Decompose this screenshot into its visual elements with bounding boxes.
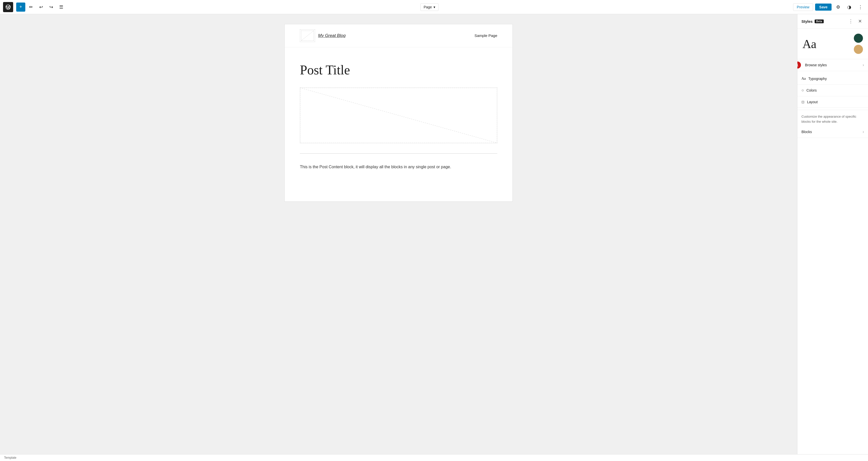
close-icon: ✕ [858, 19, 862, 24]
undo-icon: ↩ [39, 4, 43, 10]
blog-header: My Great Blog Sample Page [285, 24, 513, 47]
beta-badge: Beta [815, 20, 824, 23]
blog-logo-image [300, 29, 315, 42]
layout-label: Layout [807, 100, 818, 104]
undo-button[interactable]: ↩ [36, 3, 45, 12]
blog-title-link[interactable]: My Great Blog [318, 33, 346, 38]
page-selector-button[interactable]: Page ▾ [420, 3, 439, 11]
post-title: Post Title [300, 62, 497, 78]
panel-description: Customize the appearance of specific blo… [797, 110, 868, 126]
canvas-area[interactable]: My Great Blog Sample Page Post Title Thi… [0, 14, 797, 454]
settings-button[interactable]: ⚙ [834, 3, 843, 12]
wordpress-logo[interactable] [3, 2, 13, 12]
list-icon: ☰ [59, 4, 63, 10]
notification-badge: 1 [797, 61, 801, 68]
preview-button[interactable]: Preview [793, 3, 813, 11]
post-area: Post Title This is the Post Content bloc… [285, 47, 513, 180]
gear-icon: ⚙ [836, 4, 840, 10]
canvas-page: My Great Blog Sample Page Post Title Thi… [285, 24, 513, 202]
ellipsis-icon: ⋮ [858, 4, 863, 10]
nav-item-sample-page[interactable]: Sample Page [474, 33, 497, 38]
toolbar-left: + ✏ ↩ ↪ ☰ [3, 2, 66, 12]
panel-title: Styles [801, 19, 813, 24]
pen-icon: ✏ [29, 4, 33, 10]
layout-row[interactable]: ⊡ Layout [797, 96, 868, 108]
placeholder-diagonal-line [300, 88, 497, 143]
save-button[interactable]: Save [815, 4, 832, 11]
blocks-row[interactable]: Blocks › [797, 126, 868, 138]
panel-section-items: Aa Typography ○ Colors ⊡ Layout [797, 71, 868, 110]
separator-line [300, 153, 497, 154]
status-bar: Template [0, 454, 868, 461]
redo-icon: ↪ [49, 4, 53, 10]
colors-row[interactable]: ○ Colors [797, 85, 868, 96]
layout-left: ⊡ Layout [801, 100, 818, 104]
status-label: Template [4, 456, 17, 459]
typography-icon: Aa [801, 76, 806, 81]
svg-line-0 [300, 88, 497, 143]
blocks-left: Blocks [801, 130, 812, 134]
styles-panel: Styles Beta ⋮ ✕ Aa 1 Bro [797, 14, 868, 454]
colors-icon: ○ [801, 88, 804, 93]
contrast-icon: ◑ [847, 4, 851, 10]
typography-row[interactable]: Aa Typography [797, 73, 868, 85]
panel-header: Styles Beta ⋮ ✕ [797, 14, 868, 29]
add-block-button[interactable]: + [16, 3, 25, 12]
panel-more-options-button[interactable]: ⋮ [847, 17, 855, 25]
colors-left: ○ Colors [801, 88, 817, 93]
featured-image-placeholder [300, 88, 497, 143]
browse-styles-label: Browse styles [805, 63, 827, 67]
colors-label: Colors [807, 88, 817, 92]
chevron-down-icon: ▾ [433, 5, 435, 9]
dark-mode-button[interactable]: ◑ [845, 3, 854, 12]
blog-logo-area: My Great Blog [300, 29, 346, 42]
redo-button[interactable]: ↪ [46, 3, 56, 12]
panel-close-button[interactable]: ✕ [856, 17, 864, 25]
vertical-ellipsis-icon: ⋮ [848, 19, 853, 24]
more-options-button[interactable]: ⋮ [856, 3, 865, 12]
post-content-text: This is the Post Content block, it will … [300, 164, 497, 170]
style-circles [854, 34, 863, 54]
browse-styles-chevron: › [863, 63, 864, 67]
main-area: My Great Blog Sample Page Post Title Thi… [0, 14, 868, 454]
toolbar-right: Preview Save ⚙ ◑ ⋮ [793, 3, 865, 12]
list-view-button[interactable]: ☰ [57, 3, 66, 12]
style-preview-text: Aa [802, 37, 816, 51]
blocks-chevron: › [863, 129, 864, 134]
add-icon: + [20, 4, 22, 10]
typography-label: Typography [808, 76, 827, 81]
toolbar-center: Page ▾ [67, 3, 792, 11]
panel-header-actions: ⋮ ✕ [847, 17, 864, 25]
style-preview: Aa [797, 29, 868, 59]
browse-styles-row[interactable]: 1 Browse styles › [797, 59, 868, 71]
dark-color-circle [854, 34, 863, 43]
toolbar: + ✏ ↩ ↪ ☰ Page ▾ Preview Save ⚙ ◑ ⋮ [0, 0, 868, 14]
blocks-label: Blocks [801, 130, 812, 134]
blog-nav: Sample Page [474, 33, 497, 38]
page-selector-label: Page [424, 5, 432, 9]
panel-title-area: Styles Beta [801, 19, 824, 24]
browse-styles-left: Browse styles [805, 63, 827, 67]
light-color-circle [854, 45, 863, 54]
pen-tool-button[interactable]: ✏ [26, 3, 35, 12]
layout-icon: ⊡ [801, 100, 804, 104]
typography-left: Aa Typography [801, 76, 827, 81]
wp-logo-icon [5, 4, 11, 10]
